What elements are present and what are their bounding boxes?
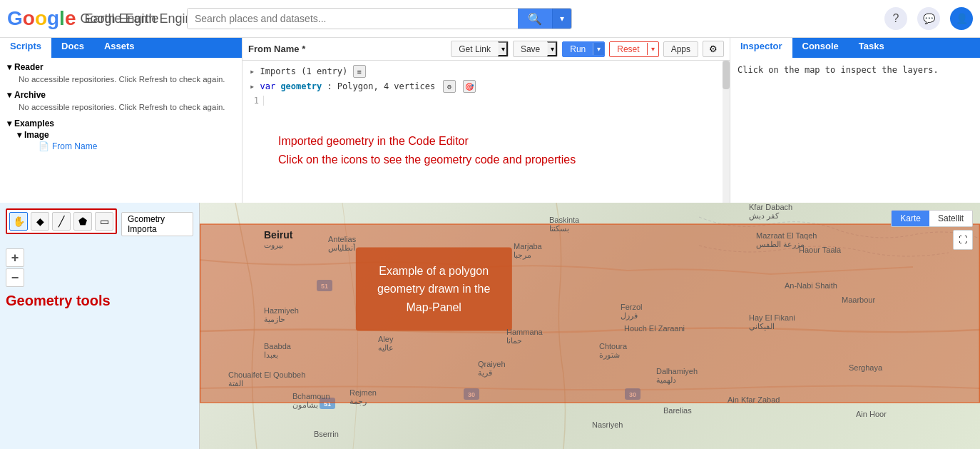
search-button[interactable]: 🔍 <box>518 9 552 29</box>
imports-icon1[interactable]: ≡ <box>353 65 366 78</box>
map-label: Baabda <box>264 342 291 350</box>
editor-filename: From Name * <box>248 44 446 54</box>
select-tool-button[interactable]: ✋ <box>9 212 28 231</box>
map-label: Baskinta <box>549 216 579 224</box>
karte-button[interactable]: Karte <box>892 211 929 226</box>
map-label: Qraiyeh <box>478 360 506 368</box>
map-label: فرزل <box>621 311 638 321</box>
examples-arrow: ▾ <box>7 118 11 128</box>
geometry-tools-label: Geometry tools <box>6 293 193 309</box>
left-tabs: Scripts Docs Assets <box>0 38 242 58</box>
run-button[interactable]: Run <box>563 42 593 56</box>
map-label: الفيكاني <box>749 322 775 331</box>
reset-button[interactable]: Reset <box>610 42 646 56</box>
bottom-area: ✋ ◆ ╱ ⬟ ▭ Gcometry Importa + − Geometry … <box>0 203 980 449</box>
map-label: Chouaifet El Qoubbeh <box>228 370 305 379</box>
polygon-tool-button[interactable]: ⬟ <box>73 212 92 231</box>
archive-section: ▾ Archive No accessible repositories. Cl… <box>7 90 235 113</box>
code-body[interactable] <box>264 96 730 106</box>
map-label: بيروت <box>264 241 283 250</box>
map-label: Rejmen <box>349 388 377 397</box>
geometry-icon2[interactable]: 🎯 <box>463 80 476 93</box>
product-name: Earth Engine <box>84 11 158 26</box>
examples-section: ▾ Examples ▾ Image 📄 From Name <box>7 118 235 151</box>
save-group: Save ▾ <box>513 41 558 57</box>
line-tool-button[interactable]: ╱ <box>52 212 71 231</box>
imports-label: Imports (1 entry) ≡ <box>260 66 365 76</box>
map-left-sidebar: ✋ ◆ ╱ ⬟ ▭ Gcometry Importa + − Geometry … <box>0 203 200 449</box>
map-label: Maarbour <box>842 296 875 304</box>
settings-button[interactable]: ⚙ <box>703 41 724 57</box>
logo-area: G o o g l e Google Earth Engine Earth En… <box>7 7 178 30</box>
map-label: رجمة <box>349 397 367 406</box>
tab-tasks[interactable]: Tasks <box>849 38 894 58</box>
map-label: بسكنتا <box>549 224 569 233</box>
map-label: Nasriyeh <box>592 420 623 429</box>
geometry-arrow[interactable]: ▸ <box>250 81 255 91</box>
reader-title[interactable]: ▾ Reader <box>7 62 235 72</box>
geometry-toolbar-row: ✋ ◆ ╱ ⬟ ▭ Gcometry Importa <box>6 208 193 240</box>
get-link-button[interactable]: Get Link <box>451 42 498 56</box>
map-label: Haour Taala <box>799 246 841 254</box>
geometry-import-label[interactable]: Gcometry Importa <box>121 212 193 236</box>
reader-message: No accessible repositories. Click Refres… <box>7 74 235 86</box>
save-dropdown[interactable]: ▾ <box>547 41 557 56</box>
archive-message: No accessible repositories. Click Refres… <box>7 101 235 113</box>
archive-title[interactable]: ▾ Archive <box>7 90 235 100</box>
editor-toolbar: From Name * Get Link ▾ Save ▾ Run ▾ Rese… <box>243 38 730 61</box>
geometry-icon1[interactable]: ⚙ <box>443 80 456 93</box>
examples-from-name[interactable]: 📄 From Name <box>17 141 235 151</box>
zoom-in-button[interactable]: + <box>6 248 24 267</box>
map-label: الفتة <box>228 379 243 388</box>
search-dropdown-button[interactable]: ▾ <box>552 9 571 29</box>
top-right-icons: ? 💬 👤 <box>884 7 973 30</box>
point-tool-button[interactable]: ◆ <box>31 212 49 231</box>
map-label: مرجبا <box>514 251 531 260</box>
editor-annotation: Imported geometry in the Code Editor Cli… <box>278 132 576 168</box>
satellit-button[interactable]: Satellit <box>929 211 972 226</box>
map-label: Aley <box>378 335 393 343</box>
imports-line: ▸ Imports (1 entry) ≡ <box>250 65 723 78</box>
save-button[interactable]: Save <box>514 42 547 56</box>
zoom-out-button[interactable]: − <box>6 268 24 287</box>
map-label: كفر دبش <box>749 211 779 221</box>
feedback-icon[interactable]: 💬 <box>917 7 940 30</box>
map-label: Beirut <box>264 229 292 241</box>
map-zoom-controls: + − <box>6 248 193 287</box>
tab-assets[interactable]: Assets <box>94 38 145 58</box>
tab-console[interactable]: Console <box>792 38 849 58</box>
geometry-line: ▸ var geometry : Polygon, 4 vertices ⚙ 🎯 <box>250 80 723 93</box>
tab-inspector[interactable]: Inspector <box>730 38 792 58</box>
editor-scrollbar-thumb[interactable] <box>723 61 730 89</box>
run-dropdown[interactable]: ▾ <box>593 43 604 55</box>
svg-marker-8 <box>200 224 980 403</box>
map-label: قرية <box>478 368 492 378</box>
map-label: Bchamoun <box>292 392 330 400</box>
line-number-area: 1 <box>243 96 730 106</box>
editor-imports: ▸ Imports (1 entry) ≡ ▸ var geometry : P… <box>243 61 730 93</box>
apps-button[interactable]: Apps <box>663 41 698 57</box>
map-label: Hazmiyeh <box>264 306 299 315</box>
map-label: Ain Kfar Zabad <box>728 395 780 404</box>
map-label: Ain Hoor <box>856 410 887 418</box>
get-link-dropdown[interactable]: ▾ <box>498 41 508 56</box>
inspector-message: Click on the map to inspect the layers. <box>737 65 939 75</box>
run-group: Run ▾ <box>562 41 605 57</box>
fullscreen-button[interactable]: ⛶ <box>953 230 973 250</box>
map-label: حمانا <box>506 336 522 345</box>
search-input[interactable] <box>188 9 518 29</box>
avatar[interactable]: 👤 <box>950 7 973 30</box>
examples-image-title[interactable]: ▾ Image <box>17 130 235 140</box>
tab-scripts[interactable]: Scripts <box>0 38 51 58</box>
search-bar[interactable]: 🔍 ▾ <box>187 8 572 29</box>
map-label: Antelias <box>328 235 356 243</box>
map-label: Hammana <box>506 328 543 336</box>
examples-title[interactable]: ▾ Examples <box>7 118 235 128</box>
reset-dropdown[interactable]: ▾ <box>647 43 658 55</box>
help-icon[interactable]: ? <box>884 7 907 30</box>
map-area[interactable]: 51 51 30 30 Example of a polygongeometry… <box>200 203 980 449</box>
map-label: عاليه <box>378 343 394 353</box>
tab-docs[interactable]: Docs <box>51 38 94 58</box>
imports-arrow[interactable]: ▸ <box>250 66 255 76</box>
rect-tool-button[interactable]: ▭ <box>95 212 113 231</box>
